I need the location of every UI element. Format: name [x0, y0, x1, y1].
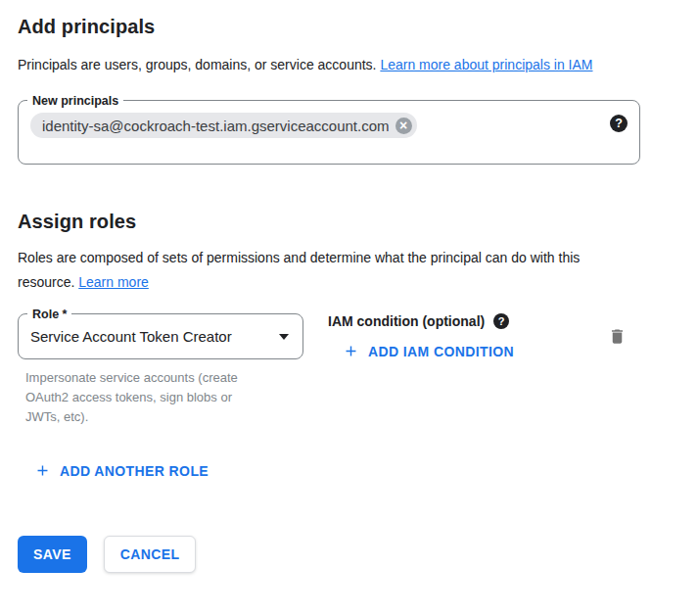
cancel-button[interactable]: CANCEL	[104, 536, 197, 573]
learn-more-principals-link[interactable]: Learn more about principals in IAM	[380, 57, 592, 72]
role-column: Role * Service Account Token Creator Imp…	[18, 313, 303, 427]
delete-role-button[interactable]	[608, 326, 627, 347]
iam-condition-header: IAM condition (optional) ?	[328, 313, 514, 329]
new-principals-label: New principals	[27, 92, 123, 110]
chip-remove-icon[interactable]: ×	[396, 118, 412, 134]
add-another-role-button[interactable]: ADD ANOTHER ROLE	[34, 462, 209, 479]
learn-more-roles-link[interactable]: Learn more	[78, 274, 149, 290]
roles-description: Roles are composed of sets of permission…	[18, 246, 625, 295]
add-another-role-label: ADD ANOTHER ROLE	[60, 463, 209, 479]
add-iam-condition-label: ADD IAM CONDITION	[368, 344, 514, 359]
plus-icon	[343, 343, 359, 359]
page-title: Add principals	[18, 14, 698, 39]
assign-roles-title: Assign roles	[18, 209, 698, 234]
dropdown-arrow-icon	[279, 334, 289, 340]
add-iam-condition-button[interactable]: ADD IAM CONDITION	[343, 343, 514, 359]
add-role-row: ADD ANOTHER ROLE	[34, 462, 698, 483]
role-selected-value: Service Account Token Creator	[30, 328, 232, 345]
save-button[interactable]: SAVE	[18, 536, 87, 573]
new-principals-help-icon[interactable]: ?	[610, 115, 628, 132]
plus-icon	[34, 462, 51, 479]
dialog-actions: SAVE CANCEL	[18, 536, 698, 573]
add-principals-panel: Add principals Principals are users, gro…	[0, 0, 698, 616]
role-select[interactable]: Role * Service Account Token Creator	[18, 313, 303, 359]
iam-condition-help-icon[interactable]: ?	[493, 313, 509, 329]
iam-condition-label: IAM condition (optional)	[328, 313, 485, 329]
trash-icon	[608, 326, 627, 347]
principal-chip[interactable]: identity-sa@cockroach-test.iam.gservicea…	[30, 113, 417, 138]
new-principals-field[interactable]: New principals identity-sa@cockroach-tes…	[18, 100, 640, 165]
principals-description-text: Principals are users, groups, domains, o…	[18, 57, 377, 72]
role-row: Role * Service Account Token Creator Imp…	[18, 313, 680, 427]
role-label: Role *	[27, 306, 71, 323]
principal-chip-value: identity-sa@cockroach-test.iam.gservicea…	[42, 118, 390, 134]
role-helper-text: Impersonate service accounts (create OAu…	[25, 368, 260, 427]
principals-description: Principals are users, groups, domains, o…	[18, 53, 646, 77]
iam-condition-column: IAM condition (optional) ? ADD IAM CONDI…	[328, 313, 514, 363]
